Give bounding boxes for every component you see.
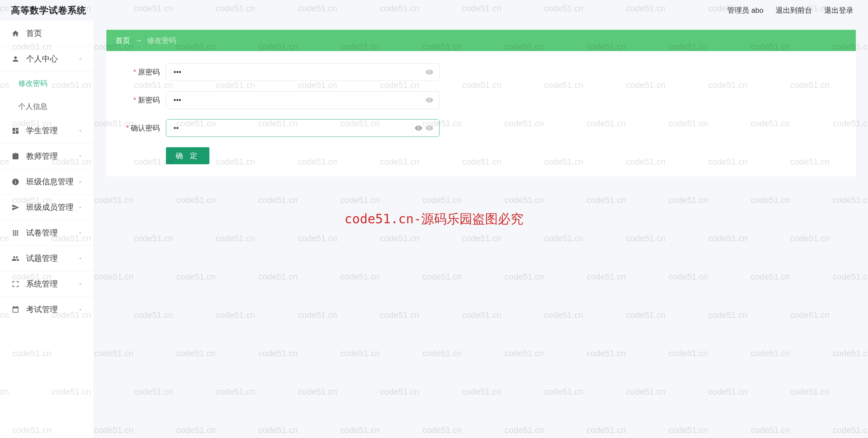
chevron-down-icon [78, 256, 83, 261]
list-icon [11, 126, 20, 135]
sidebar-item-class-info-mgmt[interactable]: 班级信息管理 [0, 169, 94, 195]
new-password-label: *新密码 [117, 95, 160, 105]
clock-icon [11, 177, 20, 186]
breadcrumb-home[interactable]: 首页 [116, 36, 130, 45]
old-password-label: *原密码 [117, 67, 160, 77]
breadcrumb: 首页 → 修改密码 [106, 30, 856, 51]
app-header: 高等数学试卷系统 管理员 abo 退出到前台 退出登录 [0, 0, 868, 21]
sidebar-item-change-password[interactable]: 修改密码 [0, 72, 94, 95]
confirm-password-label: *确认密码 [117, 123, 160, 133]
sidebar-item-exam-paper-mgmt[interactable]: 试卷管理 [0, 220, 94, 246]
sidebar-item-label: 班级成员管理 [26, 202, 73, 213]
sidebar-item-label: 学生管理 [26, 125, 58, 136]
sidebar-item-label: 个人中心 [26, 54, 58, 64]
main-content: 首页 → 修改密码 *原密码 *新密码 [94, 21, 868, 438]
sidebar-item-personal-info[interactable]: 个人信息 [0, 95, 94, 118]
calendar-icon [11, 305, 20, 314]
sidebar-item-label: 系统管理 [26, 279, 58, 289]
chevron-down-icon [78, 179, 83, 185]
eye-icon[interactable] [426, 68, 433, 76]
sidebar-item-label: 修改密码 [18, 79, 48, 88]
chevron-down-icon [78, 205, 83, 210]
confirm-password-input[interactable] [166, 119, 439, 137]
clipboard-icon [11, 152, 20, 161]
chevron-down-icon [78, 128, 83, 134]
sidebar-item-label: 班级信息管理 [26, 176, 73, 187]
sidebar-item-label: 试题管理 [26, 253, 58, 264]
breadcrumb-current: 修改密码 [147, 36, 176, 45]
eye-icon[interactable] [426, 96, 433, 104]
sidebar: 首页 个人中心 修改密码 个人信息 学生管理 [0, 21, 94, 438]
sidebar-item-label: 考试管理 [26, 304, 58, 315]
sidebar-item-label: 个人信息 [18, 101, 48, 111]
logout-link[interactable]: 退出登录 [824, 5, 854, 15]
submit-button[interactable]: 确 定 [166, 147, 209, 164]
eye-icon[interactable] [426, 124, 433, 132]
sidebar-item-teacher-mgmt[interactable]: 教师管理 [0, 144, 94, 169]
chevron-down-icon [78, 281, 83, 287]
sidebar-item-label: 试卷管理 [26, 228, 58, 238]
sidebar-item-question-mgmt[interactable]: 试题管理 [0, 246, 94, 271]
sidebar-item-home[interactable]: 首页 [0, 21, 94, 46]
eye-open-icon[interactable] [414, 124, 423, 132]
chevron-down-icon [78, 154, 83, 159]
send-icon [11, 203, 20, 212]
admin-label[interactable]: 管理员 abo [727, 5, 764, 15]
sidebar-item-personal-center[interactable]: 个人中心 [0, 46, 94, 72]
app-title: 高等数学试卷系统 [11, 4, 86, 17]
chevron-down-icon [78, 230, 83, 236]
fullscreen-icon [11, 280, 20, 289]
sidebar-item-label: 教师管理 [26, 151, 58, 162]
users-icon [11, 254, 20, 263]
password-form: *原密码 *新密码 *确认密码 [106, 51, 856, 176]
home-icon [11, 29, 20, 38]
old-password-input[interactable] [166, 63, 439, 81]
user-icon [11, 54, 20, 64]
sidebar-item-student-mgmt[interactable]: 学生管理 [0, 118, 94, 144]
exit-front-link[interactable]: 退出到前台 [776, 5, 812, 15]
sidebar-item-exam-mgmt[interactable]: 考试管理 [0, 297, 94, 322]
sidebar-item-class-member-mgmt[interactable]: 班级成员管理 [0, 195, 94, 220]
chevron-up-icon [78, 56, 83, 62]
sidebar-item-system-mgmt[interactable]: 系统管理 [0, 271, 94, 297]
chevron-down-icon [78, 307, 83, 312]
breadcrumb-separator: → [135, 36, 142, 45]
grid-icon [11, 228, 20, 238]
sidebar-item-label: 首页 [26, 28, 42, 39]
new-password-input[interactable] [166, 91, 439, 109]
